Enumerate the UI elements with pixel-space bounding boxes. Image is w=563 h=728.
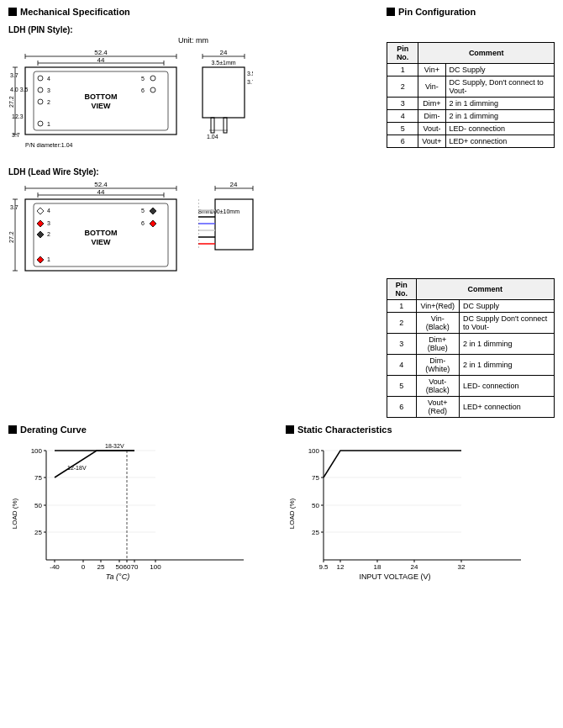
ldh-lead-body-svg: 52.4 44 3.7 BOTTOM VIEW [8, 178, 193, 296]
svg-text:4: 4 [47, 208, 50, 214]
static-section: Static Characteristics LOAD (%) 100 75 5… [286, 425, 555, 591]
svg-text:27.2: 27.2 [8, 231, 14, 243]
pin-config-header: Pin Configuration [387, 7, 555, 17]
svg-text:100: 100 [150, 563, 161, 571]
svg-marker-58 [37, 208, 44, 214]
svg-text:24: 24 [230, 181, 238, 188]
pin-config-title: Pin Configuration [398, 7, 476, 17]
pin-name: Dim-(White) [416, 355, 459, 376]
svg-text:BOTTOM: BOTTOM [85, 92, 118, 101]
derating-chart-svg: LOAD (%) 100 75 50 25 [8, 438, 260, 589]
static-icon [286, 425, 294, 434]
pin-config-section: Pin Configuration Pin No. Comment 1 Vin+ [387, 7, 555, 418]
svg-text:50: 50 [34, 502, 42, 509]
svg-text:25: 25 [97, 563, 105, 571]
pin-name: Vin+(Red) [416, 300, 459, 313]
pin-comment: DC Supply Don't connect to Vout- [459, 313, 554, 334]
mech-spec-icon [8, 8, 17, 16]
svg-text:P/N diameter:1.04: P/N diameter:1.04 [25, 142, 73, 148]
svg-text:75: 75 [312, 474, 319, 482]
svg-text:75: 75 [34, 474, 42, 482]
pin-table-1-header: Pin No. Comment [387, 43, 555, 64]
pin-table-1-container: Pin No. Comment 1 Vin+ DC Supply 2 Vin- [387, 42, 555, 148]
svg-text:3.5±1mm: 3.5±1mm [211, 60, 235, 66]
ldh-lead-side-svg: 24 8mm 100±10mm [198, 178, 274, 296]
svg-marker-62 [37, 231, 44, 238]
ldh-pin-side-svg: 24 3.5±1mm 3.5 3.7 [198, 46, 253, 156]
svg-text:4.0 3.5: 4.0 3.5 [10, 87, 29, 92]
svg-text:5: 5 [141, 76, 145, 82]
svg-text:18: 18 [374, 563, 381, 571]
pin-num: 1 [387, 64, 418, 76]
svg-text:2: 2 [47, 231, 50, 237]
static-title: Static Characteristics [297, 425, 392, 435]
pin-comment: DC Supply, Don't connect to Vout- [445, 76, 554, 98]
derating-chart: LOAD (%) 100 75 50 25 [8, 438, 277, 591]
svg-marker-68 [150, 220, 156, 227]
pin-comment: LED- connection [459, 376, 554, 397]
pin-num: 4 [387, 110, 418, 123]
ldh-lead-section: LDH (Lead Wire Style): 52.4 44 [8, 167, 378, 296]
svg-text:5: 5 [141, 208, 145, 214]
svg-text:18-32V: 18-32V [105, 443, 124, 449]
table-row: 5 Vout- LED- connection [387, 123, 555, 135]
pin-name: Dim+(Blue) [416, 334, 459, 355]
top-row: Mechanical Specification LDH (PIN Style)… [8, 7, 555, 418]
svg-text:50: 50 [312, 502, 319, 509]
svg-marker-64 [37, 256, 44, 263]
svg-text:Ta (°C): Ta (°C) [106, 572, 129, 581]
svg-marker-66 [150, 208, 156, 214]
derating-section: Derating Curve LOAD (%) 100 75 [8, 425, 277, 591]
static-header: Static Characteristics [286, 425, 555, 435]
svg-text:12.3: 12.3 [12, 113, 24, 119]
pin-comment: DC Supply [445, 64, 554, 76]
pin-name: Vout+(Red) [416, 397, 459, 418]
table-row: 6 Vout+ LED+ connection [387, 135, 555, 148]
mech-spec-section: Mechanical Specification LDH (PIN Style)… [8, 7, 378, 418]
pin-num: 2 [387, 76, 418, 98]
table-row: 3 Dim+ 2 in 1 dimming [387, 98, 555, 110]
ldh-lead-drawing: 52.4 44 3.7 BOTTOM VIEW [8, 178, 378, 296]
svg-text:4: 4 [47, 76, 50, 82]
svg-text:25: 25 [312, 529, 319, 536]
static-y-label: LOAD (%) [288, 498, 296, 529]
pin-comment: 2 in 1 dimming [459, 334, 554, 355]
svg-text:-40: -40 [50, 563, 60, 571]
svg-text:1: 1 [47, 121, 50, 127]
pin-name: Vout+ [418, 135, 445, 148]
svg-text:52.4: 52.4 [94, 181, 108, 188]
svg-rect-38 [203, 67, 245, 118]
pin-name: Vin+ [418, 64, 445, 76]
svg-rect-80 [215, 199, 253, 250]
svg-text:INPUT VOLTAGE (V): INPUT VOLTAGE (V) [359, 572, 430, 581]
svg-text:44: 44 [97, 188, 105, 196]
svg-text:24: 24 [411, 563, 418, 571]
pin-num: 5 [387, 123, 418, 135]
pin-name: Dim- [418, 110, 445, 123]
col-comment: Comment [416, 279, 554, 300]
table-row: 3 Dim+(Blue) 2 in 1 dimming [387, 334, 555, 355]
pin-num: 3 [387, 98, 418, 110]
svg-text:3.7: 3.7 [247, 79, 253, 85]
unit-label: Unit: mm [8, 36, 378, 45]
pin-name: Vin-(Black) [416, 313, 459, 334]
derating-icon [8, 425, 17, 434]
pin-num: 3 [387, 334, 417, 355]
derating-header: Derating Curve [8, 425, 277, 435]
svg-rect-10 [34, 71, 168, 130]
pin-comment: 2 in 1 dimming [445, 98, 554, 110]
derating-title: Derating Curve [20, 425, 87, 435]
pin-name: Vin- [418, 76, 445, 98]
pin-num: 4 [387, 355, 417, 376]
table-row: 2 Vin- DC Supply, Don't connect to Vout- [387, 76, 555, 98]
svg-text:VIEW: VIEW [91, 102, 111, 110]
ldh-lead-title: LDH (Lead Wire Style): [8, 167, 378, 177]
svg-text:3: 3 [47, 220, 50, 226]
svg-text:3.7: 3.7 [12, 132, 20, 138]
pin-comment: 2 in 1 dimming [459, 355, 554, 376]
svg-point-23 [150, 87, 155, 92]
ldh-pin-drawing: 52.4 44 3.7 BOTTOM [8, 46, 378, 156]
table-row: 4 Dim- 2 in 1 dimming [387, 110, 555, 123]
pin-comment: LED- connection [445, 123, 554, 135]
svg-text:12: 12 [337, 563, 345, 571]
